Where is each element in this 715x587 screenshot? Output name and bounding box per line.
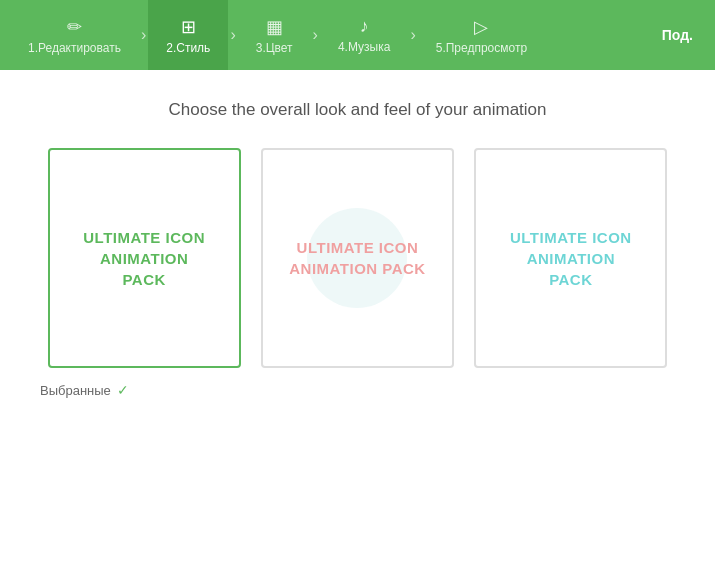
step-preview-label: 5.Предпросмотр [436, 41, 527, 55]
nav-step-style[interactable]: ⊞ 2.Стиль [148, 0, 228, 70]
style-card-1[interactable]: ULTIMATE ICONANIMATIONPACK [48, 148, 241, 368]
main-content: Choose the overall look and feel of your… [0, 70, 715, 587]
nav-step-music[interactable]: ♪ 4.Музыка [320, 0, 408, 70]
chevron-1: › [141, 26, 146, 44]
selected-label-container: Выбранные ✓ [40, 382, 129, 398]
step-music-label: 4.Музыка [338, 40, 390, 54]
cards-grid: ULTIMATE ICONANIMATIONPACK ULTIMATE ICON… [48, 148, 668, 368]
nav-step-preview[interactable]: ▷ 5.Предпросмотр [418, 0, 545, 70]
checkmark-icon: ✓ [117, 382, 129, 398]
style-card-2[interactable]: ULTIMATE ICONANIMATION PACK [261, 148, 454, 368]
color-icon: ▦ [266, 16, 283, 38]
play-icon: ▷ [474, 16, 488, 38]
style-card-3[interactable]: ULTIMATE ICONANIMATIONPACK [474, 148, 667, 368]
nav-right-label: Под. [650, 27, 705, 43]
app-container: ✏ 1.Редактировать › ⊞ 2.Стиль › ▦ 3.Цвет… [0, 0, 715, 587]
edit-icon: ✏ [67, 16, 82, 38]
card-3-text-wrapper: ULTIMATE ICONANIMATIONPACK [500, 217, 642, 300]
card-2-text-wrapper: ULTIMATE ICONANIMATION PACK [279, 227, 435, 289]
section-title: Choose the overall look and feel of your… [168, 100, 546, 120]
nav-steps: ✏ 1.Редактировать › ⊞ 2.Стиль › ▦ 3.Цвет… [10, 0, 650, 70]
nav-header: ✏ 1.Редактировать › ⊞ 2.Стиль › ▦ 3.Цвет… [0, 0, 715, 70]
step-edit-label: 1.Редактировать [28, 41, 121, 55]
chevron-4: › [410, 26, 415, 44]
chevron-3: › [313, 26, 318, 44]
style-icon: ⊞ [181, 16, 196, 38]
card-1-text: ULTIMATE ICONANIMATIONPACK [73, 217, 215, 300]
nav-step-edit[interactable]: ✏ 1.Редактировать [10, 0, 139, 70]
step-style-label: 2.Стиль [166, 41, 210, 55]
step-color-label: 3.Цвет [256, 41, 293, 55]
selected-label-text: Выбранные [40, 383, 111, 398]
music-icon: ♪ [360, 16, 369, 37]
card-2-text: ULTIMATE ICONANIMATION PACK [279, 227, 435, 289]
nav-step-color[interactable]: ▦ 3.Цвет [238, 0, 311, 70]
chevron-2: › [230, 26, 235, 44]
card-1-text-wrapper: ULTIMATE ICONANIMATIONPACK [73, 217, 215, 300]
card-3-text: ULTIMATE ICONANIMATIONPACK [500, 217, 642, 300]
